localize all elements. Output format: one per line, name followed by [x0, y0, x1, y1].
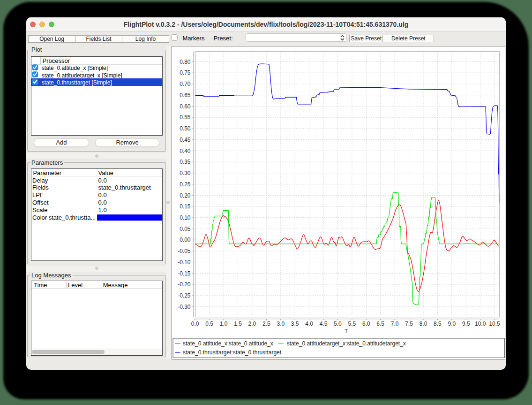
- svg-text:1.0: 1.0: [219, 321, 227, 327]
- svg-text:0.40: 0.40: [180, 148, 191, 154]
- svg-text:0.0: 0.0: [191, 321, 199, 327]
- svg-text:4.5: 4.5: [319, 321, 327, 327]
- svg-text:-0.25: -0.25: [178, 292, 191, 299]
- svg-text:3.5: 3.5: [291, 321, 299, 327]
- svg-text:-0.15: -0.15: [178, 270, 191, 277]
- svg-text:0.5: 0.5: [205, 321, 213, 327]
- svg-text:state_0.thrusttarget:state_0.t: state_0.thrusttarget:state_0.thrusttarge…: [183, 350, 282, 356]
- svg-text:0.50: 0.50: [180, 125, 191, 132]
- svg-text:0.00: 0.00: [180, 237, 191, 244]
- svg-text:9.5: 9.5: [462, 321, 470, 327]
- svg-text:6.5: 6.5: [376, 321, 384, 327]
- svg-text:T: T: [345, 328, 348, 335]
- svg-text:7.5: 7.5: [405, 321, 413, 327]
- svg-text:0.65: 0.65: [180, 92, 191, 99]
- svg-text:0.10: 0.10: [180, 214, 191, 221]
- svg-text:0.70: 0.70: [180, 81, 191, 87]
- svg-text:0.30: 0.30: [180, 170, 191, 176]
- svg-text:8.5: 8.5: [434, 321, 442, 327]
- svg-text:0.20: 0.20: [180, 192, 191, 199]
- svg-text:0.25: 0.25: [180, 181, 191, 188]
- svg-text:5.5: 5.5: [348, 321, 356, 327]
- svg-text:0.15: 0.15: [180, 203, 191, 210]
- svg-text:9.0: 9.0: [448, 321, 456, 327]
- svg-text:1.5: 1.5: [234, 321, 242, 327]
- svg-text:-0.05: -0.05: [178, 248, 191, 254]
- svg-text:-0.30: -0.30: [178, 304, 191, 310]
- svg-text:0.55: 0.55: [180, 115, 191, 121]
- svg-text:3.0: 3.0: [277, 321, 285, 327]
- svg-text:0.75: 0.75: [180, 70, 191, 76]
- svg-text:0.80: 0.80: [180, 59, 191, 65]
- svg-text:2.0: 2.0: [248, 321, 256, 327]
- svg-text:-0.10: -0.10: [178, 259, 191, 266]
- svg-text:5.0: 5.0: [334, 321, 342, 327]
- svg-text:0.60: 0.60: [180, 103, 191, 110]
- svg-text:0.05: 0.05: [180, 226, 191, 232]
- svg-text:2.5: 2.5: [262, 321, 270, 327]
- svg-text:7.0: 7.0: [390, 321, 398, 327]
- svg-text:0.35: 0.35: [180, 159, 191, 166]
- svg-text:10.0: 10.0: [475, 321, 486, 327]
- svg-text:8.0: 8.0: [419, 321, 427, 327]
- svg-text:4.0: 4.0: [305, 321, 313, 327]
- svg-text:0.45: 0.45: [180, 137, 191, 143]
- svg-text:6.0: 6.0: [362, 321, 370, 327]
- svg-text:state_0.attitude_x:state_0.att: state_0.attitude_x:state_0.attitude_x: [183, 341, 273, 347]
- svg-text:state_0.attitudetarget_x:state: state_0.attitudetarget_x:state_0.attitud…: [286, 341, 405, 347]
- svg-text:10.5: 10.5: [489, 321, 500, 327]
- svg-text:-0.20: -0.20: [178, 282, 191, 288]
